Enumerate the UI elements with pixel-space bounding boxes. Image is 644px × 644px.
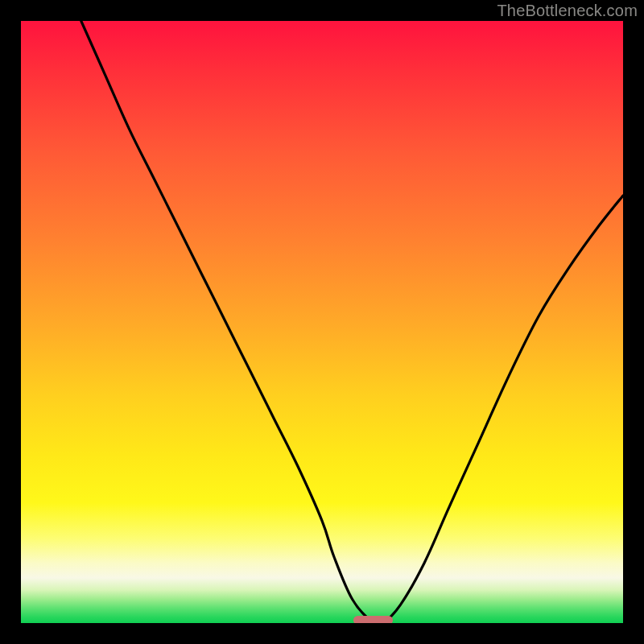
- chart-frame: TheBottleneck.com: [0, 0, 644, 644]
- watermark-text: TheBottleneck.com: [497, 2, 638, 20]
- plot-area: [21, 21, 623, 623]
- bottleneck-curve: [21, 21, 623, 623]
- bottleneck-marker: [353, 616, 393, 623]
